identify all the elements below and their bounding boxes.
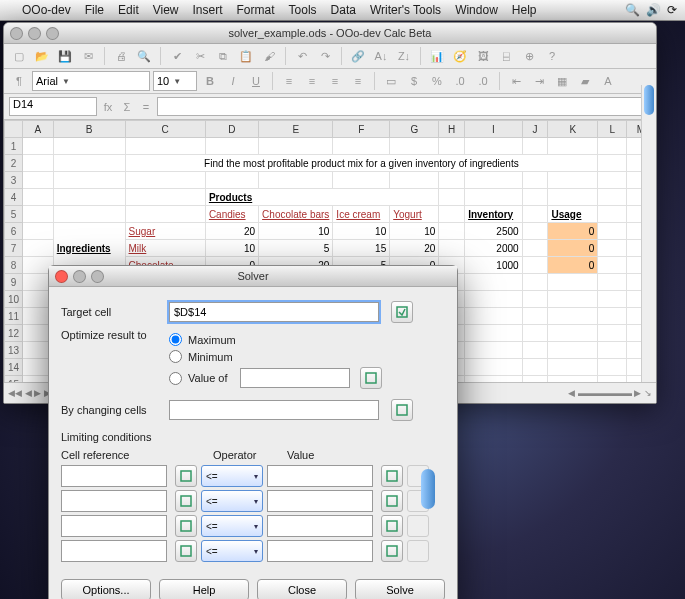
cond-value-input[interactable] [267, 465, 373, 487]
hyperlink-icon[interactable]: 🔗 [348, 46, 368, 66]
styles-icon[interactable]: ¶ [9, 71, 29, 91]
opt-value-input[interactable] [240, 368, 350, 388]
sort-desc-icon[interactable]: Z↓ [394, 46, 414, 66]
cell-B5[interactable] [53, 206, 125, 223]
cond-value-input[interactable] [267, 540, 373, 562]
menu-writers-tools[interactable]: Writer's Tools [370, 3, 441, 17]
cell-K11[interactable] [548, 308, 598, 325]
cell-K7[interactable]: 0 [548, 240, 598, 257]
cell-A7[interactable] [22, 240, 53, 257]
vertical-scrollbar[interactable] [641, 85, 656, 383]
underline-icon[interactable]: U [246, 71, 266, 91]
borders-icon[interactable]: ▦ [552, 71, 572, 91]
dialog-min-button[interactable] [73, 270, 86, 283]
cell-B1[interactable] [53, 138, 125, 155]
cond-cellref-shrink-button[interactable] [175, 515, 197, 537]
opt-value-radio[interactable]: Value of [169, 367, 382, 389]
cell-J11[interactable] [522, 308, 548, 325]
cell-J8[interactable] [522, 257, 548, 274]
cell-A2[interactable] [22, 155, 53, 172]
cond-cellref-shrink-button[interactable] [175, 490, 197, 512]
cell-H7[interactable] [439, 240, 465, 257]
spotlight-icon[interactable]: 🔍 [625, 3, 640, 17]
spellcheck-icon[interactable]: ✔ [167, 46, 187, 66]
gallery-icon[interactable]: 🖼 [473, 46, 493, 66]
cell-D3[interactable] [205, 172, 258, 189]
cell-I7[interactable]: 2000 [465, 240, 522, 257]
cell-F5[interactable]: Ice cream [333, 206, 390, 223]
opt-min-radio[interactable]: Minimum [169, 350, 382, 363]
cell-J14[interactable] [522, 359, 548, 376]
cell-C2[interactable]: Find the most profitable product mix for… [125, 155, 598, 172]
chart-icon[interactable]: 📊 [427, 46, 447, 66]
cell-B4[interactable] [53, 189, 125, 206]
cell-L5[interactable] [598, 206, 627, 223]
cell-C3[interactable] [125, 172, 205, 189]
clone-fmt-icon[interactable]: 🖌 [259, 46, 279, 66]
cell-K10[interactable] [548, 291, 598, 308]
cell-B3[interactable] [53, 172, 125, 189]
dialog-close-button[interactable] [55, 270, 68, 283]
cell-L1[interactable] [598, 138, 627, 155]
cell-K12[interactable] [548, 325, 598, 342]
align-justify-icon[interactable]: ≡ [348, 71, 368, 91]
opt-max-radio[interactable]: Maximum [169, 333, 382, 346]
cell-I5[interactable]: Inventory [465, 206, 522, 223]
zoom-window-button[interactable] [46, 27, 59, 40]
cell-C5[interactable] [125, 206, 205, 223]
cell-G1[interactable] [390, 138, 439, 155]
cond-operator-combo[interactable]: <=▾ [201, 465, 263, 487]
cell-I3[interactable] [465, 172, 522, 189]
indent-dec-icon[interactable]: ⇤ [506, 71, 526, 91]
dialog-titlebar[interactable]: Solver [49, 266, 457, 287]
font-color-icon[interactable]: A [598, 71, 618, 91]
cell-G3[interactable] [390, 172, 439, 189]
cond-operator-combo[interactable]: <=▾ [201, 490, 263, 512]
font-name-combo[interactable]: Arial▼ [32, 71, 150, 91]
cell-G5[interactable]: Yogurt [390, 206, 439, 223]
help-button[interactable]: Help [159, 579, 249, 599]
cond-cellref-input[interactable] [61, 540, 167, 562]
zoom-icon[interactable]: ⊕ [519, 46, 539, 66]
cell-L13[interactable] [598, 342, 627, 359]
cell-I11[interactable] [465, 308, 522, 325]
cell-C4[interactable] [125, 189, 205, 206]
cond-cellref-input[interactable] [61, 515, 167, 537]
cell-J1[interactable] [522, 138, 548, 155]
formula-input[interactable] [157, 97, 651, 116]
cell-D1[interactable] [205, 138, 258, 155]
changing-cells-input[interactable] [169, 400, 379, 420]
menu-view[interactable]: View [153, 3, 179, 17]
align-left-icon[interactable]: ≡ [279, 71, 299, 91]
menu-format[interactable]: Format [237, 3, 275, 17]
cell-E7[interactable]: 5 [259, 240, 333, 257]
menu-insert[interactable]: Insert [193, 3, 223, 17]
cell-H4[interactable] [439, 189, 465, 206]
cell-J10[interactable] [522, 291, 548, 308]
align-right-icon[interactable]: ≡ [325, 71, 345, 91]
cell-J13[interactable] [522, 342, 548, 359]
currency-icon[interactable]: $ [404, 71, 424, 91]
cond-value-shrink-button[interactable] [381, 490, 403, 512]
decimal-add-icon[interactable]: .0 [450, 71, 470, 91]
cell-A3[interactable] [22, 172, 53, 189]
cell-D7[interactable]: 10 [205, 240, 258, 257]
cond-operator-combo[interactable]: <=▾ [201, 540, 263, 562]
align-center-icon[interactable]: ≡ [302, 71, 322, 91]
cell-E3[interactable] [259, 172, 333, 189]
cell-L7[interactable] [598, 240, 627, 257]
conditions-scrollbar[interactable] [421, 465, 437, 575]
cond-value-input[interactable] [267, 490, 373, 512]
navigator-icon[interactable]: 🧭 [450, 46, 470, 66]
cell-K6[interactable]: 0 [548, 223, 598, 240]
cell-I4[interactable] [465, 189, 522, 206]
cell-I6[interactable]: 2500 [465, 223, 522, 240]
sort-asc-icon[interactable]: A↓ [371, 46, 391, 66]
cell-K5[interactable]: Usage [548, 206, 598, 223]
cond-value-shrink-button[interactable] [381, 465, 403, 487]
decimal-sub-icon[interactable]: .0 [473, 71, 493, 91]
target-cell-input[interactable] [169, 302, 379, 322]
merge-cells-icon[interactable]: ▭ [381, 71, 401, 91]
cell-A5[interactable] [22, 206, 53, 223]
mail-icon[interactable]: ✉ [78, 46, 98, 66]
